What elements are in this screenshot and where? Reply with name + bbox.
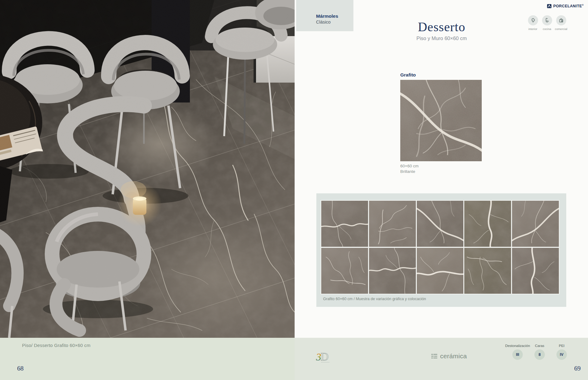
room-photo bbox=[0, 0, 295, 338]
swatch-finish: Brillante bbox=[400, 169, 415, 174]
swatch-marble bbox=[400, 80, 482, 161]
category-subtitle: Clásico bbox=[316, 20, 331, 24]
tile-sample bbox=[321, 248, 368, 294]
category-title: Mármoles bbox=[316, 13, 338, 19]
usage-label: comercial bbox=[555, 27, 567, 31]
usage-icons: interior cocina bbox=[526, 15, 568, 31]
right-footer-band: 3 D cerámica Destonalización III Caras bbox=[295, 338, 588, 380]
usage-comercial: comercial bbox=[554, 15, 568, 31]
swatch-size: 60×60 cm bbox=[400, 164, 419, 168]
comercial-circle bbox=[556, 15, 566, 25]
tile-sample bbox=[369, 248, 416, 294]
tile-sample bbox=[321, 201, 368, 247]
spec-value-badge: 8 bbox=[534, 349, 545, 360]
usage-label: cocina bbox=[543, 27, 551, 31]
variation-panel: Grafito 60×60 cm / Muestra de variación … bbox=[316, 193, 566, 307]
category-tab[interactable]: Mármoles Clásico bbox=[296, 0, 353, 31]
spec-pei: PEI IV bbox=[551, 344, 572, 360]
usage-cocina: cocina bbox=[540, 15, 554, 31]
3d-logo-d: D bbox=[321, 351, 329, 363]
spec-caras: Caras 8 bbox=[529, 344, 550, 360]
spec-destonalizacion: Destonalización III bbox=[507, 344, 528, 360]
right-page: Mármoles Clásico PORCELANITE® Desserto P… bbox=[295, 0, 588, 380]
brand-registered: ® bbox=[582, 4, 584, 6]
swatch-name: Grafito bbox=[400, 72, 416, 78]
tile-sample bbox=[417, 201, 464, 247]
usage-interior: interior bbox=[526, 15, 540, 31]
product-subtitle: Piso y Muro 60×60 cm bbox=[380, 35, 503, 41]
ladle-icon bbox=[544, 17, 550, 23]
3d-logo: 3 D bbox=[315, 350, 331, 364]
usage-label: interior bbox=[528, 27, 537, 31]
spec-label: Destonalización bbox=[505, 344, 530, 348]
panel-caption: Grafito 60×60 cm / Muestra de variación … bbox=[323, 297, 426, 301]
swatch-tile bbox=[400, 80, 482, 161]
page-number-right: 69 bbox=[574, 365, 581, 372]
spec-value-badge: IV bbox=[556, 349, 567, 360]
tile-sample bbox=[512, 201, 559, 247]
3d-logo-icon: 3 D bbox=[315, 350, 331, 364]
tile-sample bbox=[417, 248, 464, 294]
photo-caption: Piso/ Desserto Grafito 60×60 cm bbox=[22, 343, 90, 348]
page-number-left: 68 bbox=[17, 365, 24, 372]
interior-circle bbox=[528, 15, 538, 25]
spec-list: Destonalización III Caras 8 PEI IV bbox=[507, 344, 572, 360]
tile-sample bbox=[464, 248, 511, 294]
brand-name: PORCELANITE® bbox=[553, 4, 584, 8]
shopping-bag-icon bbox=[558, 17, 564, 23]
spec-value-badge: III bbox=[512, 349, 523, 360]
tree-icon bbox=[530, 17, 536, 23]
spec-label: Caras bbox=[535, 344, 545, 348]
cocina-circle bbox=[542, 15, 552, 25]
catalog-spread: { "brand": { "name": "PORCELANITE", "reg… bbox=[0, 0, 588, 380]
tile-sample bbox=[464, 201, 511, 247]
tile-sample bbox=[512, 248, 559, 294]
tile-sample bbox=[369, 201, 416, 247]
ceramica-logo: cerámica bbox=[431, 352, 467, 360]
porcelanite-mark-icon bbox=[547, 4, 552, 8]
ceramica-icon bbox=[431, 353, 438, 360]
room-photo-art bbox=[0, 0, 295, 338]
spec-label: PEI bbox=[559, 344, 565, 348]
brand-logo: PORCELANITE® bbox=[547, 4, 584, 8]
ceramica-text: cerámica bbox=[440, 352, 467, 360]
brand-text: PORCELANITE bbox=[553, 4, 582, 8]
left-page: Piso/ Desserto Grafito 60×60 cm 68 bbox=[0, 0, 295, 380]
left-footer-band: Piso/ Desserto Grafito 60×60 cm 68 bbox=[0, 338, 295, 380]
tile-grid bbox=[321, 200, 560, 294]
product-title: Desserto bbox=[380, 20, 503, 34]
